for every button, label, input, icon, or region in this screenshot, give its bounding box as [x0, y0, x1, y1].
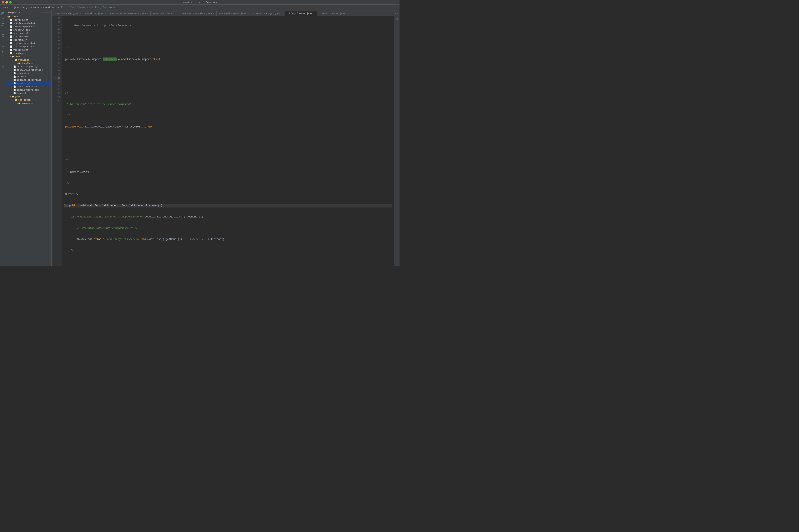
tree-item-tomcat[interactable]: ▾ 📁 tomcat — [6, 15, 52, 18]
code-line-63: System .out. println ( "addLifecycleList… — [64, 238, 392, 241]
tree-item-conf[interactable]: ▾📁conf — [6, 55, 52, 58]
codota-icon[interactable]: ◈ — [0, 38, 5, 43]
svg-point-8 — [2, 34, 4, 35]
maximize-button[interactable] — [9, 1, 12, 3]
ai-icon[interactable]: ✦ — [0, 55, 5, 60]
bookmarks-icon[interactable] — [0, 65, 5, 71]
tab-catalina[interactable]: Catalina.java × — [83, 11, 108, 16]
notifications-icon[interactable]: ⚠ 5 — [394, 11, 399, 16]
tree-item-context-xml[interactable]: 📄context.xml — [6, 72, 52, 75]
code-content[interactable]: * Used to handle firing lifecycle events… — [62, 16, 394, 266]
tree-item-shutdown-bat[interactable]: 📄shutdown.bat — [6, 28, 52, 32]
tab-lifecyclebase[interactable]: LifecycleBase.java × — [285, 11, 317, 16]
json-parser-icon[interactable]: { } — [0, 27, 5, 33]
project-icon[interactable] — [0, 11, 5, 16]
tree-item-tool-wrapper-bat[interactable]: 📄tool-wrapper.bat — [6, 42, 52, 45]
tab-persistentmanager[interactable]: PersistentManagerBase.java × — [108, 11, 151, 16]
code-line-47: private LifecycleSupport lifecycle = new… — [64, 57, 392, 61]
tree-item-setclasspath-bat[interactable]: 📄setclasspath.bat — [6, 22, 52, 25]
left-side-panel: { } ◈ 🐜 ▣ ✦ Ⓙ — [0, 11, 6, 266]
code-line-52: */ — [64, 114, 392, 117]
minimize-button[interactable] — [5, 1, 8, 3]
tab-standardcontext[interactable]: StandardContext.java × — [216, 11, 251, 16]
tree-item-broadcast[interactable]: ▸📁broadcast — [6, 102, 52, 105]
code-line-49 — [64, 80, 392, 84]
tree-item-logging-properties[interactable]: 📄logging.properties — [6, 78, 52, 82]
tab-close-standardcontext[interactable]: × — [247, 12, 249, 15]
code-line-45 — [64, 35, 392, 39]
tab-close-lifecyclebase[interactable]: × — [313, 13, 315, 15]
svg-rect-0 — [2, 13, 4, 15]
tab-bootstrap[interactable]: Bootstrap.java × — [151, 11, 177, 16]
tab-standardmanager[interactable]: StandardManager.java × — [251, 11, 285, 16]
code-editor: 44 45 46 47 48 49 50 51 52 53 54 55 56 5… — [52, 16, 394, 266]
big-data-tools-icon[interactable]: ▣ — [0, 49, 5, 54]
close-button[interactable] — [2, 1, 4, 3]
tree-item-server-xml[interactable]: 📄server.xml — [6, 82, 52, 85]
breadcrumb-lifecyclebase[interactable]: LifecycleBase — [68, 6, 85, 9]
tree-item-tomcat-users-xsd[interactable]: 📄tomcat-users.xsd — [6, 88, 52, 92]
breadcrumb-method[interactable]: addLifecycleListener — [89, 6, 117, 9]
right-side-panel: ⚠ 5 11 — [394, 11, 400, 266]
tree-item-tomcat-users-xml[interactable]: 📄tomcat-users.xml — [6, 85, 52, 88]
breadcrumb-apache[interactable]: apache — [31, 6, 40, 9]
tree-item-startup-sh[interactable]: 📄startup.sh — [6, 38, 52, 42]
code-line-61: if ( "org.apache.catalina.connector.Mapp… — [64, 215, 392, 219]
breadcrumb-util[interactable]: util — [58, 6, 63, 9]
tab-close-bootstrap[interactable]: × — [173, 12, 174, 15]
tab-standardserver[interactable]: StandardServer.java × — [317, 11, 350, 16]
tree-item-shutdown-sh[interactable]: 📄shutdown.sh — [6, 32, 52, 35]
tree-item-com-luban[interactable]: ▾📁com.luban — [6, 98, 52, 102]
tab-close-persistentmanager[interactable]: × — [147, 12, 148, 15]
event-log-icon[interactable]: 11 — [394, 17, 399, 22]
structure-icon[interactable] — [0, 17, 5, 22]
svg-point-5 — [2, 23, 2, 24]
code-line-53: private volatile LifecycleState state = … — [64, 125, 392, 129]
window-controls — [2, 1, 12, 3]
breadcrumb-org[interactable]: org — [23, 6, 27, 9]
code-line-50: /** — [64, 91, 392, 95]
tree-item-catalina-policy[interactable]: 📄catalina.policy — [6, 65, 52, 68]
breadcrumb-java[interactable]: java — [14, 6, 19, 9]
breadcrumb-tomcat[interactable]: tomcat — [2, 6, 10, 9]
tab-close-jvmroute[interactable]: × — [213, 12, 214, 15]
tree-item-version-sh[interactable]: 📄version.sh — [6, 52, 52, 55]
code-line-44: * Used to handle firing lifecycle events… — [64, 24, 392, 27]
tree-item-catalina-properties[interactable]: 📄catalina.properties — [6, 68, 52, 72]
tab-close-standardserver[interactable]: × — [347, 12, 348, 15]
editor-tabs: ContainerBase.java × Catalina.java × Per… — [52, 11, 394, 16]
tree-item-tool-wrapper-sh[interactable]: 📄tool-wrapper.sh — [6, 45, 52, 48]
window-title: tomcat – LifecycleBase.java — [181, 1, 218, 3]
pull-requests-icon[interactable] — [0, 22, 5, 27]
tab-jvmroutebinder[interactable]: JvmRouteBinderValve.java × — [177, 11, 216, 16]
tab-close-containerbase[interactable]: × — [80, 12, 81, 15]
code-line-48 — [64, 69, 392, 73]
line-numbers: 44 45 46 47 48 49 50 51 52 53 54 55 56 5… — [52, 16, 62, 266]
tree-item-setclasspath-sh[interactable]: 📄setclasspath.sh — [6, 25, 52, 28]
tree-item-catalina[interactable]: ▾📁Catalina — [6, 58, 52, 62]
tree-item-version-bat[interactable]: 📄version.bat — [6, 48, 52, 52]
tab-close-catalina[interactable]: × — [104, 12, 106, 15]
editor-area: ContainerBase.java × Catalina.java × Per… — [52, 11, 394, 266]
code-line-55 — [64, 148, 392, 151]
code-line-57: * {@inheritDoc} — [64, 170, 392, 174]
code-line-64: } — [64, 249, 392, 252]
breadcrumb-toolbar: tomcat › java › org › apache › catalina … — [0, 5, 400, 11]
tree-item-startup-bat[interactable]: 📄startup.bat — [6, 35, 52, 38]
tree-item-java[interactable]: ▾📁java — [6, 95, 52, 98]
code-line-62: // System.out.println("StandardHost = ")… — [64, 226, 392, 230]
code-line-59: @Override — [64, 192, 392, 196]
svg-point-7 — [3, 23, 4, 24]
breadcrumb-catalina[interactable]: catalina — [43, 6, 54, 9]
tree-item-localhost[interactable]: ▸📁localhost — [6, 62, 52, 65]
tree-item-hello-txt[interactable]: 📄hello.txt — [6, 75, 52, 78]
database-icon[interactable] — [0, 33, 5, 38]
ant-icon[interactable]: 🐜 — [0, 44, 5, 49]
tree-item-service-bat[interactable]: 📄service.bat — [6, 18, 52, 22]
jclasslib-icon[interactable]: Ⓙ — [0, 60, 5, 65]
tab-containerbase[interactable]: ContainerBase.java × — [52, 11, 83, 16]
code-line-54 — [64, 136, 392, 140]
tree-item-web-xml[interactable]: 📄web.xml — [6, 92, 52, 95]
code-line-56: /** — [64, 159, 392, 163]
tab-close-standardmanager[interactable]: × — [282, 12, 283, 15]
